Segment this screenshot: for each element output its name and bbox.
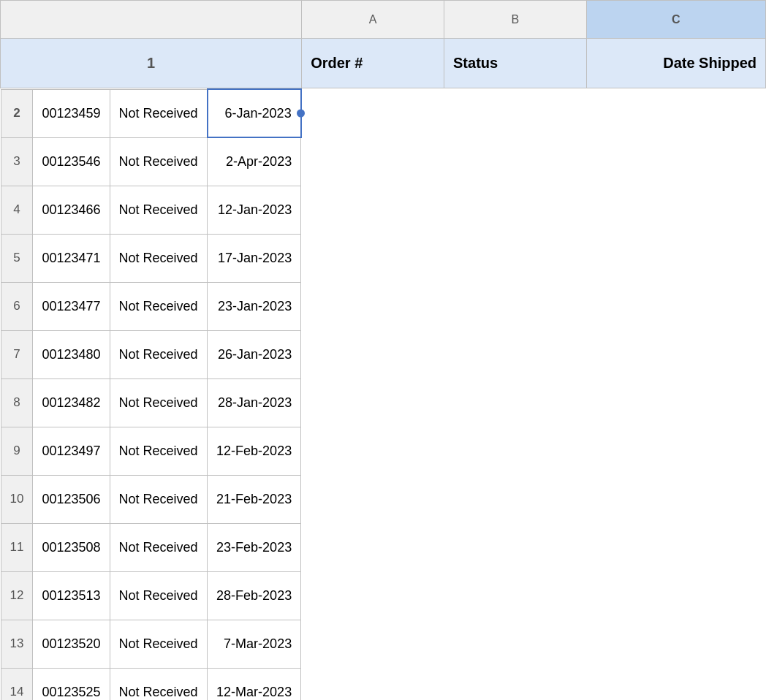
header-order[interactable]: Order #: [302, 39, 444, 88]
column-letter-c[interactable]: C: [586, 1, 765, 39]
selection-handle[interactable]: [297, 110, 305, 118]
row-number-5: 5: [1, 234, 33, 282]
order-number-cell[interactable]: 00123513: [33, 571, 110, 620]
table-row[interactable]: 1400123525Not Received12-Mar-2023: [1, 668, 301, 700]
date-shipped-cell[interactable]: 23-Jan-2023: [208, 282, 301, 330]
order-number-cell[interactable]: 00123506: [33, 475, 110, 523]
row-number-12: 12: [1, 571, 33, 620]
order-number-cell[interactable]: 00123520: [33, 620, 110, 668]
status-cell[interactable]: Not Received: [110, 427, 208, 475]
table-row[interactable]: 500123471Not Received17-Jan-2023: [1, 234, 301, 282]
order-number-cell[interactable]: 00123546: [33, 137, 110, 186]
order-number-cell[interactable]: 00123480: [33, 330, 110, 378]
row-number-6: 6: [1, 282, 33, 330]
status-cell[interactable]: Not Received: [110, 475, 208, 523]
order-number-cell[interactable]: 00123466: [33, 186, 110, 234]
status-cell[interactable]: Not Received: [110, 571, 208, 620]
column-letter-a[interactable]: A: [302, 1, 444, 39]
status-cell[interactable]: Not Received: [110, 186, 208, 234]
row-number-11: 11: [1, 523, 33, 571]
status-cell[interactable]: Not Received: [110, 282, 208, 330]
date-shipped-cell[interactable]: 28-Feb-2023: [208, 571, 301, 620]
row-number-2: 2: [1, 89, 33, 137]
date-shipped-cell[interactable]: 7-Mar-2023: [208, 620, 301, 668]
table-row[interactable]: 300123546Not Received2-Apr-2023: [1, 137, 301, 186]
table-row[interactable]: 700123480Not Received26-Jan-2023: [1, 330, 301, 378]
date-shipped-cell[interactable]: 12-Mar-2023: [208, 668, 301, 700]
header-status[interactable]: Status: [444, 39, 587, 88]
table-row[interactable]: 200123459Not Received6-Jan-2023: [1, 89, 301, 137]
order-number-cell[interactable]: 00123477: [33, 282, 110, 330]
status-cell[interactable]: Not Received: [110, 137, 208, 186]
row-number-14: 14: [1, 668, 33, 700]
status-cell[interactable]: Not Received: [110, 668, 208, 700]
date-shipped-cell[interactable]: 2-Apr-2023: [208, 137, 301, 186]
date-shipped-cell[interactable]: 28-Jan-2023: [208, 378, 301, 427]
row-number-7: 7: [1, 330, 33, 378]
table-row[interactable]: 1200123513Not Received28-Feb-2023: [1, 571, 301, 620]
row-number-4: 4: [1, 186, 33, 234]
row-number-3: 3: [1, 137, 33, 186]
order-number-cell[interactable]: 00123459: [33, 89, 110, 137]
date-shipped-cell[interactable]: 6-Jan-2023: [208, 89, 301, 137]
table-row[interactable]: 600123477Not Received23-Jan-2023: [1, 282, 301, 330]
status-cell[interactable]: Not Received: [110, 523, 208, 571]
header-date-shipped[interactable]: Date Shipped: [586, 39, 765, 88]
status-cell[interactable]: Not Received: [110, 620, 208, 668]
spreadsheet: A B C 1 Order # Status Date Shipped 2001…: [0, 0, 766, 700]
row-number-10: 10: [1, 475, 33, 523]
table-row[interactable]: 1300123520Not Received7-Mar-2023: [1, 620, 301, 668]
table-row[interactable]: 800123482Not Received28-Jan-2023: [1, 378, 301, 427]
table-row[interactable]: 900123497Not Received12-Feb-2023: [1, 427, 301, 475]
status-cell[interactable]: Not Received: [110, 234, 208, 282]
corner-cell: [1, 1, 302, 39]
row-number-13: 13: [1, 620, 33, 668]
order-number-cell[interactable]: 00123471: [33, 234, 110, 282]
date-shipped-cell[interactable]: 23-Feb-2023: [208, 523, 301, 571]
row-number-9: 9: [1, 427, 33, 475]
table-row[interactable]: 1100123508Not Received23-Feb-2023: [1, 523, 301, 571]
table-row[interactable]: 1000123506Not Received21-Feb-2023: [1, 475, 301, 523]
status-cell[interactable]: Not Received: [110, 89, 208, 137]
column-header-row: A B C: [1, 1, 766, 39]
field-header-row: 1 Order # Status Date Shipped: [1, 39, 766, 88]
column-letter-b[interactable]: B: [444, 1, 587, 39]
date-shipped-cell[interactable]: 17-Jan-2023: [208, 234, 301, 282]
row-number-8: 8: [1, 378, 33, 427]
row-num-1: 1: [1, 39, 302, 88]
date-shipped-cell[interactable]: 26-Jan-2023: [208, 330, 301, 378]
date-shipped-cell[interactable]: 12-Feb-2023: [208, 427, 301, 475]
status-cell[interactable]: Not Received: [110, 330, 208, 378]
status-cell[interactable]: Not Received: [110, 378, 208, 427]
order-number-cell[interactable]: 00123497: [33, 427, 110, 475]
date-shipped-cell[interactable]: 21-Feb-2023: [208, 475, 301, 523]
table-row[interactable]: 400123466Not Received12-Jan-2023: [1, 186, 301, 234]
order-number-cell[interactable]: 00123508: [33, 523, 110, 571]
date-shipped-cell[interactable]: 12-Jan-2023: [208, 186, 301, 234]
order-number-cell[interactable]: 00123525: [33, 668, 110, 700]
order-number-cell[interactable]: 00123482: [33, 378, 110, 427]
